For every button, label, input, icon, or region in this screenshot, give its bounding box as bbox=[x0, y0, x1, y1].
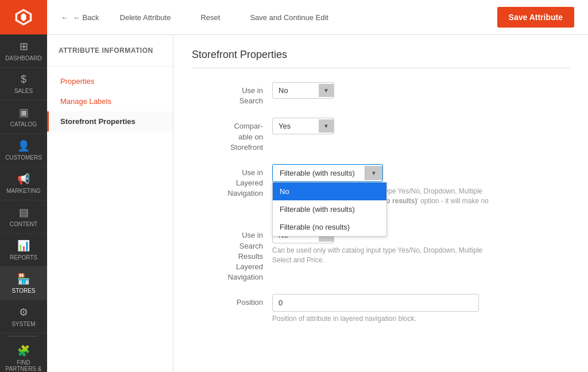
partners-icon: 🧩 bbox=[17, 344, 30, 357]
content-icon: ▤ bbox=[19, 206, 29, 219]
save-continue-button[interactable]: Save and Continue Edit bbox=[241, 9, 338, 26]
attribute-info-header: ATTRIBUTE INFORMATION bbox=[47, 46, 173, 61]
dashboard-icon: ⊞ bbox=[20, 40, 28, 53]
field-label-position: Position bbox=[192, 294, 272, 308]
field-label-layered-nav: Use inLayeredNavigation bbox=[192, 164, 272, 199]
field-control-use-in-search: No Yes ▼ bbox=[272, 82, 570, 99]
right-panel: Storefront Properties Use inSearch No Ye… bbox=[173, 35, 588, 372]
sidebar-item-customers[interactable]: 👤 CUSTOMERS bbox=[0, 134, 47, 167]
sidebar-item-partners[interactable]: 🧩 FIND PARTNERS & EXTENSIONS bbox=[0, 339, 47, 372]
field-control-comparable: No Yes ▼ bbox=[272, 118, 570, 134]
field-note-position: Position of attribute in layered navigat… bbox=[272, 314, 570, 324]
section-title: Storefront Properties bbox=[192, 49, 570, 68]
field-use-in-search: Use inSearch No Yes ▼ bbox=[192, 82, 570, 106]
customers-icon: 👤 bbox=[17, 140, 30, 152]
reports-icon: 📊 bbox=[17, 239, 30, 252]
sidebar-item-dashboard[interactable]: ⊞ DASHBOARD bbox=[0, 34, 47, 68]
back-button[interactable]: ← ← Back bbox=[61, 13, 99, 22]
catalog-icon: ▣ bbox=[19, 106, 29, 119]
nav-item-properties[interactable]: Properties bbox=[47, 71, 173, 91]
field-comparable-on-storefront: Compar-able onStorefront No Yes ▼ bbox=[192, 118, 570, 153]
sidebar-item-marketing[interactable]: 📢 MARKETING bbox=[0, 167, 47, 200]
nav-item-storefront-properties[interactable]: Storefront Properties bbox=[47, 111, 173, 131]
dropdown-layered-nav: Filterable (with results) ▼ No Filterabl… bbox=[272, 164, 383, 182]
field-control-position: Position of attribute in layered navigat… bbox=[272, 294, 570, 324]
sidebar-item-stores[interactable]: 🏪 STORES bbox=[0, 267, 47, 300]
position-input[interactable] bbox=[272, 294, 479, 312]
logo[interactable] bbox=[0, 0, 47, 34]
sidebar-item-reports[interactable]: 📊 REPORTS bbox=[0, 234, 47, 267]
marketing-icon: 📢 bbox=[17, 173, 30, 185]
dropdown-option-filterable-no-results[interactable]: Filterable (no results) bbox=[273, 218, 386, 236]
field-label-comparable: Compar-able onStorefront bbox=[192, 118, 272, 153]
sidebar-item-system[interactable]: ⚙ SYSTEM bbox=[0, 300, 47, 334]
content-area: ATTRIBUTE INFORMATION Properties Manage … bbox=[47, 35, 588, 372]
sidebar: ⊞ DASHBOARD $ SALES ▣ CATALOG 👤 CUSTOMER… bbox=[0, 0, 47, 372]
main-area: ← ← Back Delete Attribute Reset Save and… bbox=[47, 0, 588, 372]
dropdown-option-no[interactable]: No bbox=[273, 183, 386, 200]
dropdown-arrow-layered-nav[interactable]: ▼ bbox=[365, 166, 382, 180]
field-control-layered-nav: Filterable (with results) ▼ No Filterabl… bbox=[272, 164, 570, 215]
save-attribute-button[interactable]: Save Attribute bbox=[497, 7, 574, 28]
dropdown-value-layered-nav: Filterable (with results) bbox=[273, 165, 365, 181]
select-comparable-arrow[interactable]: ▼ bbox=[319, 119, 334, 133]
nav-item-manage-labels[interactable]: Manage Labels bbox=[47, 91, 173, 111]
toolbar: ← ← Back Delete Attribute Reset Save and… bbox=[47, 0, 588, 35]
system-icon: ⚙ bbox=[19, 306, 28, 319]
back-arrow-icon: ← bbox=[61, 13, 68, 22]
select-comparable[interactable]: No Yes ▼ bbox=[272, 118, 334, 134]
delete-attribute-button[interactable]: Delete Attribute bbox=[111, 9, 180, 26]
stores-icon: 🏪 bbox=[17, 273, 30, 285]
sidebar-item-content[interactable]: ▤ CONTENT bbox=[0, 200, 47, 234]
select-use-in-search-input[interactable]: No Yes bbox=[273, 83, 319, 98]
dropdown-menu-layered-nav: No Filterable (with results) Filterable … bbox=[272, 182, 387, 237]
field-label-search-results-nav: Use inSearchResultsLayeredNavigation bbox=[192, 227, 272, 282]
select-comparable-input[interactable]: No Yes bbox=[273, 118, 319, 134]
select-use-in-search[interactable]: No Yes ▼ bbox=[272, 82, 334, 99]
sales-icon: $ bbox=[21, 73, 26, 86]
field-use-in-layered-navigation: Use inLayeredNavigation Filterable (with… bbox=[192, 164, 570, 215]
left-panel: ATTRIBUTE INFORMATION Properties Manage … bbox=[47, 35, 173, 372]
field-note-search-results-nav: Can be used only with catalog input type… bbox=[272, 246, 502, 265]
sidebar-item-sales[interactable]: $ SALES bbox=[0, 68, 47, 100]
field-position: Position Position of attribute in layere… bbox=[192, 294, 570, 324]
dropdown-option-filterable-results[interactable]: Filterable (with results) bbox=[273, 200, 386, 218]
field-label-use-in-search: Use inSearch bbox=[192, 82, 272, 106]
sidebar-item-catalog[interactable]: ▣ CATALOG bbox=[0, 100, 47, 134]
dropdown-trigger-layered-nav[interactable]: Filterable (with results) ▼ bbox=[272, 164, 383, 182]
reset-button[interactable]: Reset bbox=[191, 9, 229, 26]
select-use-in-search-arrow[interactable]: ▼ bbox=[319, 84, 334, 97]
